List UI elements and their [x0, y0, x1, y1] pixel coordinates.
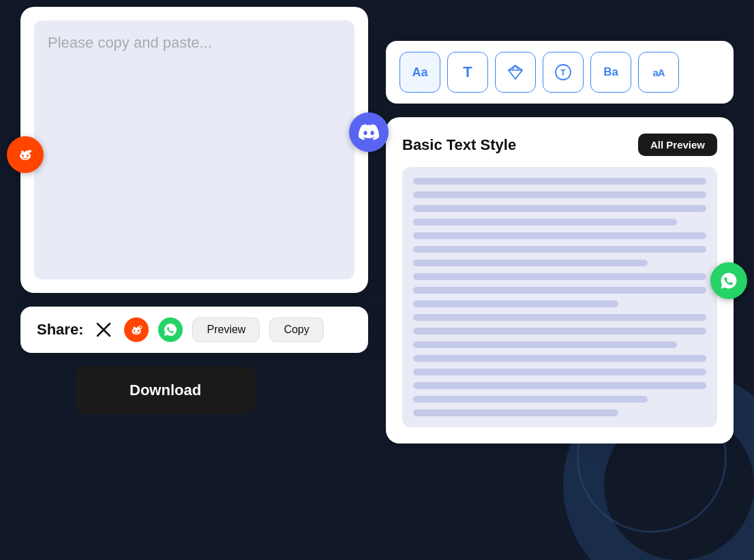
all-preview-button[interactable]: All Preview	[638, 134, 717, 156]
preview-line	[413, 314, 706, 321]
preview-line	[413, 409, 618, 416]
share-label: Share:	[37, 321, 83, 339]
preview-button[interactable]: Preview	[192, 317, 260, 342]
preview-line	[413, 191, 706, 198]
preview-card: Basic Text Style All Preview	[386, 117, 734, 444]
reddit-float-icon	[7, 136, 44, 173]
download-button[interactable]: Download	[75, 367, 256, 414]
share-whatsapp-icon[interactable]	[158, 317, 183, 342]
preview-title: Basic Text Style	[402, 136, 516, 154]
textarea-placeholder: Please copy and paste...	[48, 34, 212, 51]
x-icon[interactable]	[93, 319, 115, 341]
svg-point-14	[138, 326, 140, 328]
discord-float-icon	[349, 112, 389, 152]
textarea-inner[interactable]: Please copy and paste...	[34, 20, 355, 279]
svg-point-13	[134, 326, 136, 328]
font-selector-card: Aa T T Ba aA	[386, 41, 734, 104]
preview-line	[413, 355, 706, 362]
font-btn-ba[interactable]: Ba	[590, 52, 631, 93]
font-btn-aa[interactable]: Aa	[399, 52, 440, 93]
svg-point-2	[22, 155, 24, 157]
preview-line	[413, 178, 706, 185]
svg-point-9	[134, 330, 136, 332]
svg-point-6	[21, 151, 24, 153]
font-btn-aa2[interactable]: aA	[638, 52, 679, 93]
svg-point-10	[138, 330, 140, 332]
left-section: Please copy and paste... Share:	[20, 7, 389, 414]
right-section: Aa T T Ba aA Basic Text Style	[386, 41, 734, 444]
preview-line	[413, 246, 706, 253]
copy-button[interactable]: Copy	[269, 317, 323, 342]
preview-line	[413, 396, 648, 403]
preview-lines	[413, 178, 706, 416]
preview-line	[413, 382, 706, 389]
font-btn-circle-t[interactable]: T	[543, 52, 584, 93]
preview-line	[413, 273, 706, 280]
font-btn-diamond[interactable]	[495, 52, 536, 93]
preview-line	[413, 205, 706, 212]
preview-line	[413, 260, 648, 266]
preview-line	[413, 219, 677, 225]
preview-line	[413, 232, 706, 239]
font-btn-t[interactable]: T	[447, 52, 488, 93]
preview-header: Basic Text Style All Preview	[402, 134, 717, 156]
svg-text:T: T	[560, 68, 566, 78]
svg-point-7	[27, 151, 29, 153]
preview-line	[413, 369, 706, 375]
whatsapp-float-icon	[710, 262, 747, 299]
share-reddit-icon[interactable]	[124, 317, 149, 342]
preview-line	[413, 287, 706, 294]
preview-line	[413, 328, 706, 335]
textarea-card: Please copy and paste...	[20, 7, 368, 293]
share-bar: Share: Preview Co	[20, 307, 368, 353]
preview-line	[413, 300, 618, 307]
svg-point-3	[27, 155, 29, 157]
preview-line	[413, 341, 677, 348]
preview-content	[402, 167, 717, 427]
